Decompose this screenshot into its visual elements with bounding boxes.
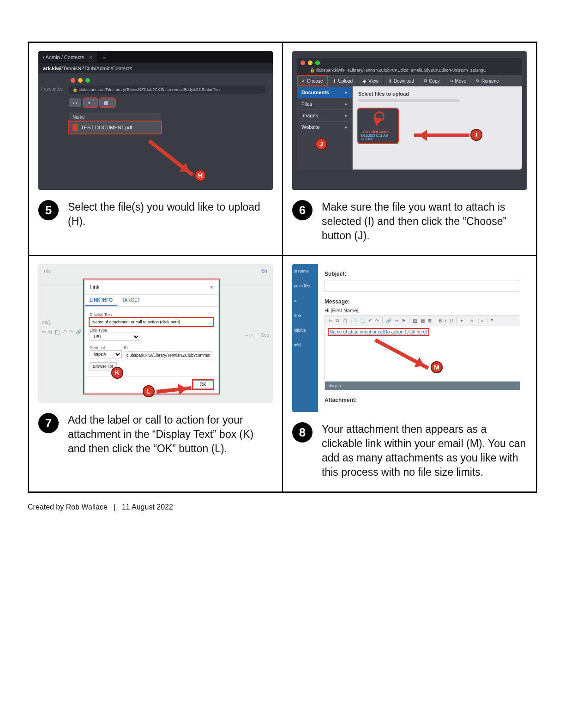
bg-right-fragment: – ⤢ 📄 Sou [245,333,269,338]
copy-icon: ⧉ [424,78,427,84]
close-icon[interactable]: × [210,284,213,291]
address-bar[interactable]: 🔒 clubspark.kiwi/FileLibrary/TennisNZClu… [297,68,522,75]
rename-label: Rename [481,79,499,84]
undo-icon[interactable]: ↶ [368,318,372,323]
upload-label: Upload [338,79,353,84]
lock-icon: 🔒 [72,87,79,92]
cut-icon: ✄ [42,329,46,335]
anchor-icon[interactable]: ⚑ [402,318,406,323]
bg-right: Sh [261,268,267,273]
address-bar-inner[interactable]: 🔒 clubspark.kiwi/FileLibrary/TennisNZClu… [69,85,265,94]
redo-icon[interactable]: ↷ [375,318,379,323]
chevron-down-icon: ˇ [110,100,111,105]
choose-button[interactable]: ✔Choose [297,75,328,86]
chevron-right-icon: › [76,100,77,105]
ok-button[interactable]: OK [193,380,213,389]
chevron-right-icon: ▸ [345,125,348,129]
view-list-button[interactable]: ≡ˇ [84,98,97,107]
image-icon[interactable]: 🖼 [413,318,417,323]
annotation-marker-k: K [111,367,123,379]
step-number-7: 7 [38,413,59,433]
editor-statusbar: div p a [325,382,520,390]
inner-url: clubspark.kiwi/FileLibrary/TennisNZClub?… [79,87,220,92]
cell-step-8: st Name pe to filte m rthik inislive mbl… [282,255,536,492]
email-editor[interactable]: Name of attachment or call to action (cl… [325,326,520,382]
redo-icon: ↷ [69,329,73,335]
lock-icon: 🔒 [310,68,316,73]
grid-icon: ▦ [104,100,108,105]
italic-button[interactable]: I [445,318,446,323]
favourites-sidebar: Favourites [38,73,66,170]
paste-text-icon[interactable]: 📄 [351,318,356,323]
nav-back-forward[interactable]: ‹› [69,98,81,107]
view-button[interactable]: ◉View [358,75,384,86]
link-type-select[interactable]: URL [90,333,140,341]
display-text-input[interactable] [90,318,213,326]
copy-icon[interactable]: ⧉ [336,318,339,323]
paste-word-icon[interactable]: 📃 [360,318,365,323]
annotation-marker-i: I [470,129,482,141]
close-icon[interactable]: × [89,55,92,60]
hr-icon[interactable]: ≣ [428,318,432,323]
file-thumbnail[interactable]: TEST DOCUME… 8/11/2022 0:21 AM 11.0 KB [358,109,398,143]
annotation-marker-m: M [431,361,443,373]
sidebar-item-files[interactable]: Files▸ [297,98,352,109]
images-label: Images [301,113,318,118]
browser-tab[interactable]: / Admin / Contacts × [38,52,97,62]
link-dialog: Link × LINK INFO TARGET Display Text Lin… [84,280,218,393]
address-bar-outer[interactable]: ark.kiwi/TennisNZClub/Admin/Contacts [38,63,273,73]
website-label: Website [301,124,320,130]
new-tab-button[interactable]: + [97,53,111,61]
numbered-list-icon[interactable]: ≡ [470,318,473,323]
copy-button[interactable]: ⧉Copy [419,75,445,86]
tab-link-info[interactable]: LINK INFO [85,295,117,306]
table-icon[interactable]: ▦ [421,318,425,323]
url-text: clubspark.kiwi/FileLibrary/TennisNZClub?… [316,68,487,73]
documents-label: Documents [301,90,329,95]
category-sidebar: Documents▸ Files▸ Images▸ Website▸ [297,86,352,170]
chevron-down-icon: ˇ [92,100,94,105]
screenshot-step-7: nts Sh me], ✄ ⧉ 📋 ↶ ↷ 🔗 – ⤢ 📄 Sou Link [38,264,273,403]
unlink-icon[interactable]: ✂ [395,318,398,323]
sidebar-item-website[interactable]: Website▸ [297,121,352,133]
view-grid-button[interactable]: ▦ˇ [100,98,115,107]
cut-icon[interactable]: ✄ [329,318,332,323]
link-icon[interactable]: 🔗 [386,318,391,323]
bold-button[interactable]: B [439,318,442,323]
file-row-test-document[interactable]: TEST DOCUMENT.pdf [69,121,161,133]
annotation-arrow [414,133,469,137]
rename-button[interactable]: ✎Rename [471,75,504,86]
url-input[interactable] [124,351,213,359]
bulleted-list-icon[interactable]: ⋮≡ [476,318,484,323]
bg-left-fragment: me], ✄ ⧉ 📋 ↶ ↷ 🔗 [38,320,81,335]
underline-button[interactable]: U [450,318,453,323]
move-button[interactable]: ↪Move [445,75,471,86]
dialog-title: Link [90,284,100,291]
sidebar-item-images[interactable]: Images▸ [297,109,352,121]
rename-icon: ✎ [476,79,480,84]
subject-input[interactable] [325,280,520,292]
sidebar-item-documents[interactable]: Documents▸ [297,86,352,98]
protocol-select[interactable]: https:// [90,350,122,358]
files-label: Files [301,101,312,107]
upload-button[interactable]: ⬆Upload [328,75,358,86]
view-label: View [368,79,379,84]
tab-target[interactable]: TARGET [117,295,145,306]
download-button[interactable]: ⬇Download [384,75,419,86]
list-icon: ≡ [88,100,90,105]
paste-icon[interactable]: 📋 [342,318,348,323]
bg-toolbar-icons: ✄ ⧉ 📋 ↶ ↷ 🔗 [42,329,77,335]
step-number-5: 5 [38,200,59,220]
dialog-tabs: LINK INFO TARGET [85,295,218,307]
link-type-label: Link Type [90,328,213,333]
file-library-toolbar: ✔Choose ⬆Upload ◉View ⬇Download ⧉Copy ↪M… [297,75,522,86]
rail-frag-4: inislive [294,328,316,333]
blockquote-icon[interactable]: ❞ [491,318,493,323]
remove-format-icon[interactable]: ✦ [460,318,463,323]
url-path: /TennisNZClub/Admin/Contacts [61,66,132,71]
column-header-name[interactable]: Name [69,113,161,121]
bg-me: me], [42,320,77,325]
instruction-text-7: Add the label or call to action for your… [68,413,273,456]
copy-icon: ⧉ [48,329,52,335]
attachment-link[interactable]: Name of attachment or call to action (cl… [329,329,428,335]
